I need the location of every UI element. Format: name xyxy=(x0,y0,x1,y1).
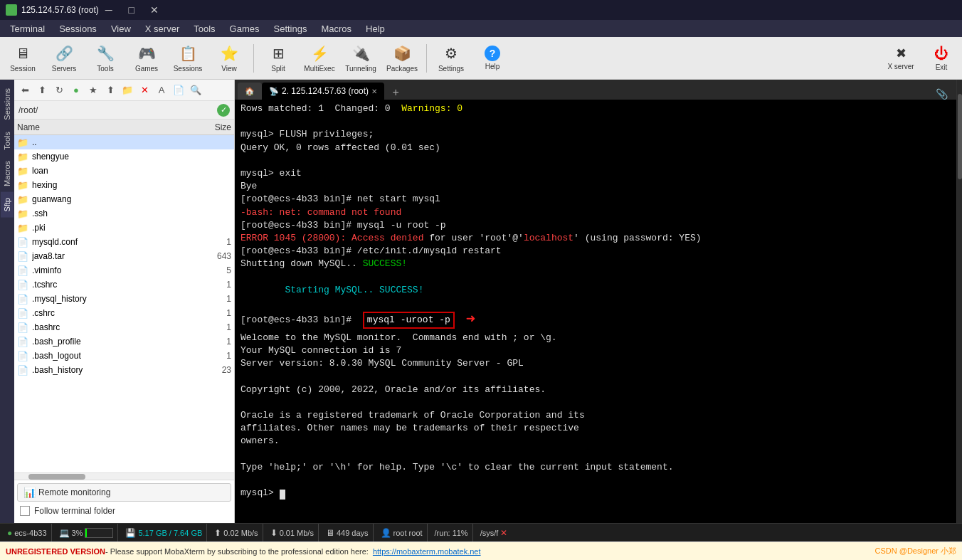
fp-path: /root/ xyxy=(18,105,217,115)
file-name: shengyue xyxy=(32,152,203,162)
sb-sys-value: /sys/f xyxy=(480,529,499,537)
file-size: 1 xyxy=(203,294,231,304)
toolbar-view[interactable]: ⭐ View xyxy=(209,39,249,78)
upload-icon: ⬆ xyxy=(214,528,221,538)
file-name: .bash_logout xyxy=(32,351,203,361)
file-name: .tcshrc xyxy=(32,280,203,290)
minimize-button[interactable]: ─ xyxy=(99,0,119,20)
active-tab-label: 2. 125.124.57.63 (root) xyxy=(282,86,369,96)
server-icon: ● xyxy=(7,528,12,538)
toolbar-exit[interactable]: ⏻ Exit xyxy=(924,39,959,78)
fp-file-list: 📁..📁shengyue📁loan📁hexing📁guanwang📁.ssh📁.… xyxy=(14,135,234,472)
sidebar-tab-tools[interactable]: Tools xyxy=(1,126,14,156)
fp-rename-button[interactable]: A xyxy=(154,83,169,98)
file-icon: 📄 xyxy=(17,322,30,333)
file-list-item[interactable]: 📄.mysql_history1 xyxy=(14,292,234,306)
tab-bar: 🏠 📡 2. 125.124.57.63 (root) ✕ + 📎 xyxy=(235,80,956,100)
tab-add-button[interactable]: + xyxy=(387,85,404,100)
toolbar-help[interactable]: ? Help xyxy=(472,39,512,78)
file-list-item[interactable]: 📁shengyue xyxy=(14,149,234,164)
file-list-item[interactable]: 📄.cshrc1 xyxy=(14,306,234,320)
file-list-item[interactable]: 📁.. xyxy=(14,135,234,149)
tab-close-button[interactable]: ✕ xyxy=(371,88,377,95)
fp-back-button[interactable]: ⬅ xyxy=(17,83,33,98)
fp-upload-button[interactable]: ⬆ xyxy=(102,83,118,98)
sb-uptime: 🖥 449 days xyxy=(322,524,374,541)
file-panel: ⬅ ⬆ ↻ ● ★ ⬆ 📁 ✕ A 📄 🔍 /root/ ✓ Name Size… xyxy=(14,80,235,523)
toolbar-sessions[interactable]: 📋 Sessions xyxy=(168,39,208,78)
follow-folder-checkbox[interactable] xyxy=(20,506,30,516)
menu-help[interactable]: Help xyxy=(359,20,392,37)
menu-macros[interactable]: Macros xyxy=(314,20,359,37)
fp-bottom: 📊 Remote monitoring Follow terminal fold… xyxy=(14,480,234,523)
file-list-item[interactable]: 📁loan xyxy=(14,164,234,178)
tab-attach-button[interactable]: 📎 xyxy=(930,88,953,100)
terminal-content[interactable]: Rows matched: 1 Changed: 0 Warnings: 0 m… xyxy=(235,100,956,523)
fp-column-header: Name Size xyxy=(14,120,234,135)
menu-tools[interactable]: Tools xyxy=(186,20,222,37)
toolbar-games[interactable]: 🎮 Games xyxy=(127,39,166,78)
fp-filter-button[interactable]: 🔍 xyxy=(188,83,204,98)
fp-scrollbar[interactable] xyxy=(14,472,234,480)
fp-view-button[interactable]: 📄 xyxy=(171,83,186,98)
remote-monitor-button[interactable]: 📊 Remote monitoring xyxy=(17,483,231,502)
app-icon xyxy=(6,4,17,16)
toolbar-multiexec[interactable]: ⚡ MultiExec xyxy=(300,39,339,78)
menu-terminal[interactable]: Terminal xyxy=(3,20,52,37)
menu-view[interactable]: View xyxy=(104,20,138,37)
right-scrollbar[interactable] xyxy=(956,80,962,523)
sb-download: ⬇ 0.01 Mb/s xyxy=(266,524,319,541)
tab-home[interactable]: 🏠 xyxy=(238,83,262,100)
folder-icon: 📁 xyxy=(17,137,30,148)
toolbar-tunneling[interactable]: 🔌 Tunneling xyxy=(341,39,381,78)
close-button[interactable]: ✕ xyxy=(144,0,164,20)
menu-sessions[interactable]: Sessions xyxy=(52,20,104,37)
toolbar-split[interactable]: ⊞ Split xyxy=(258,39,298,78)
file-list-item[interactable]: 📄.viminfo5 xyxy=(14,263,234,278)
servers-icon: 🔗 xyxy=(54,43,74,63)
file-list-item[interactable]: 📄java8.tar643 xyxy=(14,249,234,263)
menu-games[interactable]: Games xyxy=(223,20,267,37)
maximize-button[interactable]: □ xyxy=(122,0,142,20)
file-list-item[interactable]: 📄.bash_history23 xyxy=(14,363,234,377)
menu-xserver[interactable]: X server xyxy=(138,20,186,37)
toolbar-session[interactable]: 🖥 Session xyxy=(3,39,43,78)
fp-delete-button[interactable]: ✕ xyxy=(137,83,152,98)
file-list-item[interactable]: 📁.pki xyxy=(14,221,234,235)
file-list-item[interactable]: 📄.tcshrc1 xyxy=(14,278,234,292)
sidebar-tab-macros[interactable]: Macros xyxy=(1,155,14,192)
menu-settings[interactable]: Settings xyxy=(267,20,314,37)
toolbar-settings[interactable]: ⚙ Settings xyxy=(431,39,471,78)
sys-error-icon: ✕ xyxy=(500,528,507,538)
file-list-item[interactable]: 📁hexing xyxy=(14,178,234,192)
file-list-item[interactable]: 📄.bashrc1 xyxy=(14,320,234,334)
file-list-item[interactable]: 📄.bash_logout1 xyxy=(14,349,234,363)
file-size: 1 xyxy=(203,351,231,361)
toolbar-servers[interactable]: 🔗 Servers xyxy=(44,39,84,78)
file-icon: 📄 xyxy=(17,237,30,248)
file-list-item[interactable]: 📄.bash_profile1 xyxy=(14,334,234,349)
file-list-item[interactable]: 📄mysqld.conf1 xyxy=(14,235,234,249)
fp-refresh-button[interactable]: ↻ xyxy=(51,83,67,98)
support-link[interactable]: https://mobaxterm.mobatek.net xyxy=(373,547,481,556)
fp-bookmark-button[interactable]: ★ xyxy=(85,83,101,98)
terminal-line: Oracle is a registered trademark of Orac… xyxy=(240,409,951,422)
fp-newfolder-button[interactable]: 📁 xyxy=(120,83,135,98)
file-list-item[interactable]: 📁.ssh xyxy=(14,206,234,221)
toolbar-xserver[interactable]: ✖ X server xyxy=(879,39,922,78)
file-list-item[interactable]: 📁guanwang xyxy=(14,192,234,206)
tab-active-session[interactable]: 📡 2. 125.124.57.63 (root) ✕ xyxy=(262,83,384,100)
toolbar-tools[interactable]: 🔧 Tools xyxy=(85,39,125,78)
terminal-line: Starting MySQL.. SUCCESS! xyxy=(240,270,951,310)
toolbar-sep2 xyxy=(426,44,427,73)
file-size: 1 xyxy=(203,322,231,332)
session-icon: 🖥 xyxy=(13,43,33,63)
file-name: .. xyxy=(32,137,203,147)
sidebar-tab-sftp[interactable]: Sftp xyxy=(1,192,14,218)
toolbar-packages[interactable]: 📦 Packages xyxy=(382,39,422,78)
scroll-thumb[interactable] xyxy=(958,94,962,179)
fp-home-button[interactable]: ● xyxy=(68,83,84,98)
sidebar-tab-sessions[interactable]: Sessions xyxy=(1,83,14,126)
fp-up-button[interactable]: ⬆ xyxy=(34,83,50,98)
sb-server-name: ecs-4b33 xyxy=(14,529,46,537)
